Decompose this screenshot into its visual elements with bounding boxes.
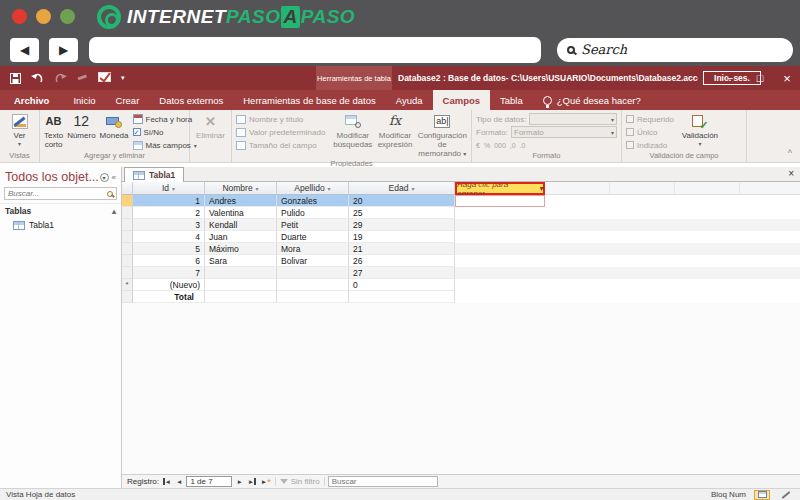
cell-id[interactable]: 1 (133, 195, 205, 207)
column-header-id[interactable]: Id▾ (133, 182, 205, 195)
texto-corto-button[interactable]: AB Texto corto (44, 113, 63, 149)
record-search-input[interactable] (328, 476, 438, 487)
modificar-expresion-button[interactable]: fx Modificar expresión (376, 113, 413, 149)
cell-id[interactable]: 3 (133, 219, 205, 231)
cell-nombre[interactable] (205, 291, 277, 303)
tipo-datos-dropdown[interactable]: ▾ (529, 113, 617, 125)
cell-nombre[interactable] (205, 279, 277, 291)
indizado-checkbox[interactable]: Indizado (626, 139, 674, 151)
valor-predeterminado-button[interactable]: Valor predeterminado (236, 126, 329, 138)
undo-icon[interactable] (31, 73, 44, 84)
table-row[interactable]: 1 Andres Gonzales 20 (122, 195, 800, 207)
row-selector[interactable] (122, 231, 133, 243)
numero-button[interactable]: 12 Número (67, 113, 95, 140)
table-row[interactable]: 7 27 (122, 267, 800, 279)
configuracion-memorando-button[interactable]: ab| Configuración de memorando ▾ (418, 113, 467, 159)
cell-apellido[interactable]: Mora (277, 243, 349, 255)
nav-pane-menu-icon[interactable]: ▾ (100, 173, 109, 182)
document-tab-tabla1[interactable]: Tabla1 (124, 167, 184, 182)
cell-id[interactable]: 7 (133, 267, 205, 279)
customize-qat-icon[interactable]: ▾ (121, 74, 125, 82)
thousands-format-icon[interactable]: 000 (494, 142, 506, 149)
tab-datos-externos[interactable]: Datos externos (149, 90, 233, 110)
close-button[interactable]: × (775, 66, 799, 90)
tamano-campo-row[interactable]: Tamaño del campo Tamaño del campo (236, 139, 329, 151)
collapse-ribbon-icon[interactable]: ^ (788, 148, 792, 158)
zoom-window-button[interactable] (60, 9, 75, 24)
shutter-bar-icon[interactable]: « (112, 173, 116, 182)
datasheet-view-icon[interactable] (98, 72, 111, 84)
validacion-button[interactable]: ✓ Validación ▾ (678, 113, 722, 148)
table-row[interactable]: 2 Valentina Pulido 25 (122, 207, 800, 219)
column-header-edad[interactable]: Edad▾ (349, 182, 455, 195)
cell-edad[interactable]: 29 (349, 219, 455, 231)
requerido-checkbox[interactable]: Requerido (626, 113, 674, 125)
ver-button[interactable]: Ver ▾ (4, 113, 35, 148)
search-box[interactable]: Search (557, 38, 793, 62)
cell-total-label[interactable]: Total (133, 291, 205, 303)
cell-edad[interactable]: 26 (349, 255, 455, 267)
select-all-cell[interactable] (122, 182, 133, 195)
cell-edad[interactable]: 19 (349, 231, 455, 243)
tab-crear[interactable]: Crear (106, 90, 150, 110)
cell-id[interactable]: 6 (133, 255, 205, 267)
row-selector[interactable] (122, 267, 133, 279)
tab-inicio[interactable]: Inicio (63, 90, 105, 110)
tab-archivo[interactable]: Archivo (0, 90, 63, 110)
nav-pane-search[interactable] (4, 187, 117, 200)
table-row[interactable]: 5 Máximo Mora 21 (122, 243, 800, 255)
cell-id[interactable]: 4 (133, 231, 205, 243)
cell-nombre[interactable]: Máximo (205, 243, 277, 255)
add-field-column-header[interactable]: Haga clic para agregar▾ (455, 182, 545, 195)
redo-icon[interactable] (54, 73, 67, 84)
new-record-button[interactable]: ►* (260, 478, 272, 486)
next-record-button[interactable]: ► (235, 478, 243, 485)
save-icon[interactable] (10, 73, 21, 84)
new-record-selector[interactable]: * (122, 279, 133, 291)
row-selector[interactable] (122, 255, 133, 267)
cell-apellido[interactable] (277, 279, 349, 291)
percent-format-icon[interactable]: % (484, 142, 490, 149)
modificar-busquedas-button[interactable]: Modificar búsquedas (333, 113, 372, 149)
forward-button[interactable]: ▶ (49, 38, 78, 62)
record-position[interactable]: 1 de 7 (186, 476, 232, 487)
cell-edad[interactable]: 0 (349, 279, 455, 291)
restore-button[interactable]: □ (748, 66, 772, 90)
back-button[interactable]: ◀ (10, 38, 39, 62)
cell-edad[interactable]: 27 (349, 267, 455, 279)
column-header-nombre[interactable]: Nombre▾ (205, 182, 277, 195)
address-bar[interactable] (89, 37, 541, 63)
fecha-hora-button[interactable]: Fecha y hora (133, 113, 197, 125)
cell-edad[interactable]: 20 (349, 195, 455, 207)
cell-id[interactable]: 5 (133, 243, 205, 255)
row-selector[interactable] (122, 243, 133, 255)
cell-apellido[interactable]: Gonzales (277, 195, 349, 207)
row-selector[interactable] (122, 219, 133, 231)
table-row[interactable]: 4 Juan Duarte 19 (122, 231, 800, 243)
cell-id[interactable]: 2 (133, 207, 205, 219)
nav-search-input[interactable] (8, 189, 107, 198)
eliminar-button[interactable]: ✕ Eliminar (194, 113, 227, 140)
row-selector[interactable] (122, 291, 133, 303)
cell-apellido[interactable]: Pulido (277, 207, 349, 219)
nombre-titulo-button[interactable]: Nombre y título (236, 113, 329, 125)
tell-me-box[interactable]: ¿Qué desea hacer? (533, 90, 651, 110)
nav-item-tabla1[interactable]: Tabla1 (0, 218, 121, 232)
filter-status[interactable]: Sin filtro (275, 477, 325, 486)
first-record-button[interactable]: ◄ (162, 478, 172, 485)
cell-nombre[interactable] (205, 267, 277, 279)
nav-group-tablas[interactable]: Tablas ▴ (0, 203, 121, 218)
tab-ayuda[interactable]: Ayuda (386, 90, 433, 110)
currency-format-icon[interactable]: € (476, 142, 480, 149)
last-record-button[interactable]: ► (247, 478, 257, 485)
cell-apellido[interactable]: Bolivar (277, 255, 349, 267)
touch-mode-icon[interactable] (77, 73, 88, 84)
formato-dropdown[interactable]: Formato▾ (511, 126, 617, 138)
cell-edad[interactable]: 21 (349, 243, 455, 255)
column-header-apellido[interactable]: Apellido▾ (277, 182, 349, 195)
unico-checkbox[interactable]: Único (626, 126, 674, 138)
datasheet-view-button[interactable] (754, 490, 770, 500)
previous-record-button[interactable]: ◄ (175, 478, 183, 485)
row-selector[interactable] (122, 207, 133, 219)
tab-herramientas-bd[interactable]: Herramientas de base de datos (233, 90, 386, 110)
